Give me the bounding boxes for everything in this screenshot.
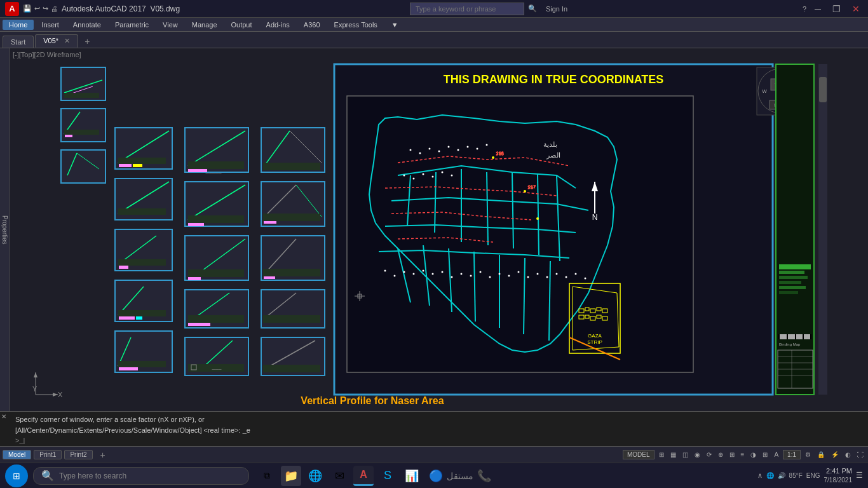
taskbar: ⊞ 🔍 Type here to search ⧉ 📁 🌐 ✉ A S 📊 🔵 … [0, 463, 868, 488]
svg-text:───: ─── [212, 367, 222, 372]
svg-rect-48 [188, 315, 244, 323]
svg-text:Y: Y [32, 385, 37, 393]
status-bar: Model Print1 Print2 + MODEL ⊞ ▦ ◫ ◉ ⟳ ⊕ … [0, 446, 868, 463]
mail-icon[interactable]: ✉ [329, 466, 349, 486]
scale-indicator[interactable]: 1:1 [783, 450, 801, 459]
phone-icon[interactable]: 📞 [474, 466, 494, 486]
autocad-taskbar-icon[interactable]: A [353, 466, 374, 486]
lock-ui-icon[interactable]: 🔒 [815, 451, 827, 458]
hardware-accel-icon[interactable]: ⚡ [829, 451, 841, 458]
ribbon-tab-home[interactable]: Home [3, 20, 34, 30]
svg-point-110 [566, 276, 567, 278]
lineweight-icon[interactable]: ≡ [739, 451, 747, 458]
svg-text:GAZA: GAZA [588, 333, 602, 339]
system-clock[interactable]: 2:41 PM 7/18/2021 [824, 466, 853, 485]
ribbon-tab-manage[interactable]: Manage [186, 20, 224, 30]
sign-in-text[interactable]: Sign In [541, 5, 573, 13]
drawing-canvas[interactable]: ───── ─── [10, 48, 868, 411]
svg-point-98 [451, 276, 453, 278]
help-icon[interactable]: ? [803, 5, 806, 13]
start-button[interactable]: ⊞ [5, 464, 28, 487]
quick-access-save[interactable]: 💾 [23, 4, 32, 13]
svg-point-113 [403, 175, 405, 177]
ribbon-tab-a360[interactable]: A360 [297, 20, 327, 30]
restore-button[interactable]: ❐ [829, 4, 844, 14]
svg-point-97 [442, 271, 444, 273]
properties-sidebar[interactable]: Properties [0, 48, 10, 411]
close-button[interactable]: ✕ [849, 4, 863, 14]
svg-rect-22 [118, 259, 166, 266]
notification-icon[interactable]: ☰ [856, 471, 863, 480]
svg-point-103 [499, 273, 501, 275]
polar-icon[interactable]: ◉ [693, 451, 702, 458]
add-layout-button[interactable]: + [95, 449, 111, 461]
ribbon-tab-addins[interactable]: Add-ins [260, 20, 296, 30]
ribbon-tab-express[interactable]: Express Tools [328, 20, 384, 30]
selection-icon[interactable]: ⊞ [761, 451, 770, 458]
grid-display-icon[interactable]: ▦ [668, 451, 678, 458]
transparency-icon[interactable]: ◑ [749, 451, 758, 458]
task-view-button[interactable]: ⧉ [257, 466, 277, 486]
ribbon-tab-view[interactable]: View [156, 20, 184, 30]
svg-point-108 [546, 276, 548, 278]
tab-start[interactable]: Start [3, 36, 34, 48]
svg-rect-16 [133, 164, 142, 167]
ducs-icon[interactable]: ⊞ [728, 451, 736, 458]
svg-rect-73 [263, 365, 320, 372]
network-icon[interactable]: 🌐 [766, 472, 774, 479]
svg-rect-157 [779, 291, 798, 294]
osnap-icon[interactable]: ⟳ [705, 451, 714, 458]
svg-rect-156 [779, 286, 806, 289]
fullscreen-icon[interactable]: ⛶ [855, 451, 865, 458]
svg-rect-153 [779, 271, 804, 274]
workspace-icon[interactable]: ⚙ [803, 451, 813, 458]
svg-text:Binding Map: Binding Map [779, 342, 801, 346]
minimize-button[interactable]: ─ [811, 4, 824, 14]
skype-icon[interactable]: S [377, 466, 398, 486]
ribbon-tab-insert[interactable]: Insert [35, 20, 65, 30]
grid-snap-icon[interactable]: ⊞ [657, 451, 666, 458]
volume-icon[interactable]: 🔊 [778, 472, 785, 479]
svg-point-91 [384, 270, 386, 272]
svg-point-87 [458, 149, 459, 151]
svg-rect-44 [188, 269, 244, 277]
annotation-icon[interactable]: A [772, 451, 780, 458]
file-explorer-icon[interactable]: 📁 [281, 466, 301, 486]
ribbon-tab-annotate[interactable]: Annotate [67, 20, 107, 30]
quick-access-print[interactable]: 🖨 [51, 5, 58, 13]
search-bar[interactable]: 🔍 Type here to search [33, 467, 249, 485]
title-text: Autodesk AutoCAD 2017 V05.dwg [62, 4, 180, 13]
language-indicator[interactable]: ENG [806, 472, 820, 479]
misc-icon[interactable]: 🔵 [426, 466, 446, 486]
ribbon-tab-more[interactable]: ▼ [385, 20, 405, 30]
svg-rect-32 [119, 367, 138, 370]
otrack-icon[interactable]: ⊕ [716, 451, 725, 458]
svg-text:بلدية: بلدية [543, 140, 557, 148]
ortho-icon[interactable]: ◫ [681, 451, 690, 458]
quick-access-redo[interactable]: ↪ [43, 4, 48, 13]
chevron-icon[interactable]: ∧ [757, 471, 763, 480]
quick-access-undo[interactable]: ↩ [34, 4, 40, 13]
windows-explorer-icon[interactable]: 📊 [402, 466, 422, 486]
svg-rect-31 [118, 361, 166, 367]
title-bar: A 💾 ↩ ↪ 🖨 Autodesk AutoCAD 2017 V05.dwg … [0, 0, 868, 18]
svg-rect-8 [65, 135, 72, 137]
tab-print1[interactable]: Print1 [34, 450, 62, 459]
tab-v05[interactable]: V05* ✕ [35, 34, 78, 48]
isolate-icon[interactable]: ◐ [843, 451, 853, 458]
edge-browser-icon[interactable]: 🌐 [305, 466, 325, 486]
ribbon-tab-output[interactable]: Output [225, 20, 259, 30]
tab-print2[interactable]: Print2 [64, 450, 92, 459]
app-logo[interactable]: A [5, 2, 19, 16]
tab-model[interactable]: Model [3, 450, 31, 459]
canvas-area[interactable]: [-][Top][2D Wireframe] [10, 48, 868, 411]
title-search-input[interactable] [410, 3, 524, 15]
svg-point-86 [448, 146, 450, 148]
svg-point-96 [432, 273, 434, 275]
command-close-button[interactable]: ✕ [1, 413, 6, 420]
svg-rect-70 [263, 315, 320, 323]
svg-rect-36 [188, 169, 207, 172]
ribbon-tab-parametric[interactable]: Parametric [109, 20, 155, 30]
tab-add-button[interactable]: + [79, 35, 95, 48]
tab-close-icon[interactable]: ✕ [64, 37, 70, 44]
